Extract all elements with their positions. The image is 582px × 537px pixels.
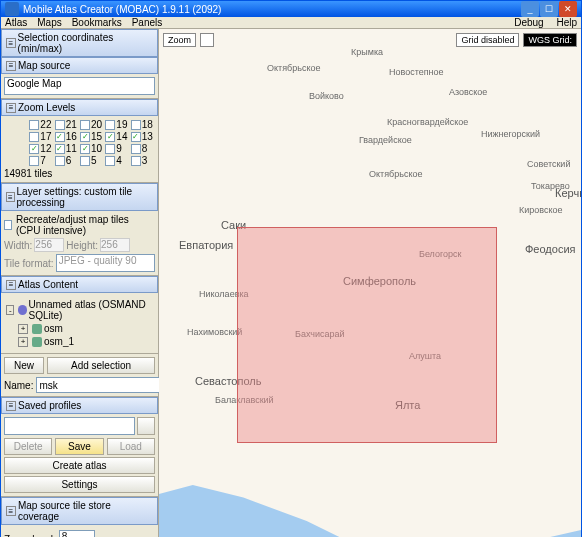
- zoom-grid: 222120191817✓16✓15✓14✓13✓12✓11✓109876543: [4, 119, 155, 166]
- zoom-checkbox-16[interactable]: ✓16: [55, 131, 79, 142]
- map-place-label: Нижнегорский: [481, 129, 540, 139]
- zoom-checkbox-11[interactable]: ✓11: [55, 143, 79, 154]
- layer-header[interactable]: ≡ Layer settings: custom tile processing: [1, 183, 158, 211]
- map-place-label: Советский: [527, 159, 570, 169]
- map-place-label: Войково: [309, 91, 344, 101]
- settings-button[interactable]: Settings: [4, 476, 155, 493]
- map-place-label: Красногвардейское: [387, 117, 468, 127]
- zoom-checkbox-4[interactable]: 4: [105, 155, 129, 166]
- collapse-icon[interactable]: ≡: [6, 506, 16, 516]
- zoom-checkbox-5[interactable]: 5: [80, 155, 104, 166]
- add-selection-button[interactable]: Add selection: [47, 357, 155, 374]
- maximize-button[interactable]: ☐: [540, 1, 558, 17]
- menu-atlas[interactable]: Atlas: [5, 17, 27, 28]
- tile-count: 14981 tiles: [4, 168, 155, 179]
- zoom-dropdown[interactable]: Zoom: [163, 33, 196, 47]
- collapse-icon[interactable]: ≡: [6, 61, 16, 71]
- zoom-checkbox-18[interactable]: 18: [131, 119, 155, 130]
- menu-panels[interactable]: Panels: [132, 17, 163, 28]
- zoom-checkbox-7[interactable]: 7: [29, 155, 53, 166]
- map-place-label: Токарево: [531, 181, 570, 191]
- profile-select[interactable]: [4, 417, 135, 435]
- map-viewport[interactable]: Zoom Grid disabled WGS Grid: КрымкаОктяб…: [159, 29, 581, 537]
- map-place-label: Гвардейское: [359, 135, 412, 145]
- height-input: 256: [100, 238, 130, 252]
- collapse-icon[interactable]: ≡: [6, 103, 16, 113]
- map-selection-rect[interactable]: [237, 227, 497, 443]
- coverage-zoom-select[interactable]: 8: [59, 530, 95, 537]
- save-button[interactable]: Save: [55, 438, 103, 455]
- delete-button: Delete: [4, 438, 52, 455]
- recreate-checkbox[interactable]: [4, 220, 12, 230]
- menubar: Atlas Maps Bookmarks Panels Debug Help: [1, 17, 581, 29]
- map-place-label: Октябрьское: [369, 169, 422, 179]
- menu-maps[interactable]: Maps: [37, 17, 61, 28]
- format-select: JPEG - quality 90: [56, 254, 155, 272]
- selection-panel-header[interactable]: ≡ Selection coordinates (min/max): [1, 29, 158, 57]
- expand-icon[interactable]: -: [6, 305, 14, 315]
- expand-icon[interactable]: +: [18, 324, 28, 334]
- menu-bookmarks[interactable]: Bookmarks: [72, 17, 122, 28]
- close-button[interactable]: ✕: [559, 1, 577, 17]
- zoom-header[interactable]: ≡ Zoom Levels: [1, 99, 158, 116]
- collapse-icon[interactable]: ≡: [6, 38, 16, 48]
- collapse-icon[interactable]: ≡: [6, 401, 16, 411]
- map-options-icon[interactable]: [200, 33, 214, 47]
- name-input[interactable]: [36, 377, 167, 393]
- zoom-checkbox-19[interactable]: 19: [105, 119, 129, 130]
- mapsource-select[interactable]: Google Map: [4, 77, 155, 95]
- zoom-checkbox-14[interactable]: ✓14: [105, 131, 129, 142]
- map-place-label: Евпатория: [179, 239, 233, 251]
- titlebar[interactable]: Mobile Atlas Creator (MOBAC) 1.9.11 (209…: [1, 1, 581, 17]
- atlas-tree[interactable]: -Unnamed atlas (OSMAND SQLite) +osm +osm…: [4, 296, 155, 350]
- sidebar: ≡ Selection coordinates (min/max) ≡ Map …: [1, 29, 159, 537]
- layer-icon: [32, 324, 42, 334]
- map-place-label: Крымка: [351, 47, 383, 57]
- recreate-label: Recreate/adjust map tiles (CPU intensive…: [16, 214, 155, 236]
- map-place-label: Феодосия: [525, 243, 576, 255]
- zoom-checkbox-20[interactable]: 20: [80, 119, 104, 130]
- map-place-label: Октябрьское: [267, 63, 320, 73]
- minimize-button[interactable]: _: [521, 1, 539, 17]
- zoom-checkbox-22[interactable]: 22: [29, 119, 53, 130]
- zoom-checkbox-21[interactable]: 21: [55, 119, 79, 130]
- map-place-label: Новостепное: [389, 67, 444, 77]
- atlas-root-icon: [18, 305, 26, 315]
- wgs-grid-badge[interactable]: WGS Grid:: [523, 33, 577, 47]
- map-place-label: Кировское: [519, 205, 563, 215]
- mapsource-header[interactable]: ≡ Map source: [1, 57, 158, 74]
- load-button: Load: [107, 438, 155, 455]
- profiles-header[interactable]: ≡ Saved profiles: [1, 397, 158, 414]
- zoom-checkbox-15[interactable]: ✓15: [80, 131, 104, 142]
- expand-icon[interactable]: +: [18, 337, 28, 347]
- new-button[interactable]: New: [4, 357, 44, 374]
- window-title: Mobile Atlas Creator (MOBAC) 1.9.11 (209…: [23, 4, 221, 15]
- zoom-checkbox-8[interactable]: 8: [131, 143, 155, 154]
- map-place-label: Азовское: [449, 87, 487, 97]
- width-input: 256: [34, 238, 64, 252]
- collapse-icon[interactable]: ≡: [6, 280, 16, 290]
- menu-debug[interactable]: Debug: [514, 17, 543, 28]
- profile-save-icon[interactable]: [137, 417, 155, 435]
- grid-disabled-badge[interactable]: Grid disabled: [456, 33, 519, 47]
- zoom-checkbox-13[interactable]: ✓13: [131, 131, 155, 142]
- map-place-label: Нахимовский: [187, 327, 242, 337]
- atlas-header[interactable]: ≡ Atlas Content: [1, 276, 158, 293]
- collapse-icon[interactable]: ≡: [6, 192, 15, 202]
- app-icon: [5, 2, 19, 16]
- layer-icon: [32, 337, 42, 347]
- zoom-checkbox-12[interactable]: ✓12: [29, 143, 53, 154]
- menu-help[interactable]: Help: [556, 17, 577, 28]
- zoom-checkbox-9[interactable]: 9: [105, 143, 129, 154]
- zoom-checkbox-6[interactable]: 6: [55, 155, 79, 166]
- coverage-header[interactable]: ≡ Map source tile store coverage: [1, 497, 158, 525]
- zoom-checkbox-10[interactable]: ✓10: [80, 143, 104, 154]
- zoom-checkbox-3[interactable]: 3: [131, 155, 155, 166]
- zoom-checkbox-17[interactable]: 17: [29, 131, 53, 142]
- create-atlas-button[interactable]: Create atlas: [4, 457, 155, 474]
